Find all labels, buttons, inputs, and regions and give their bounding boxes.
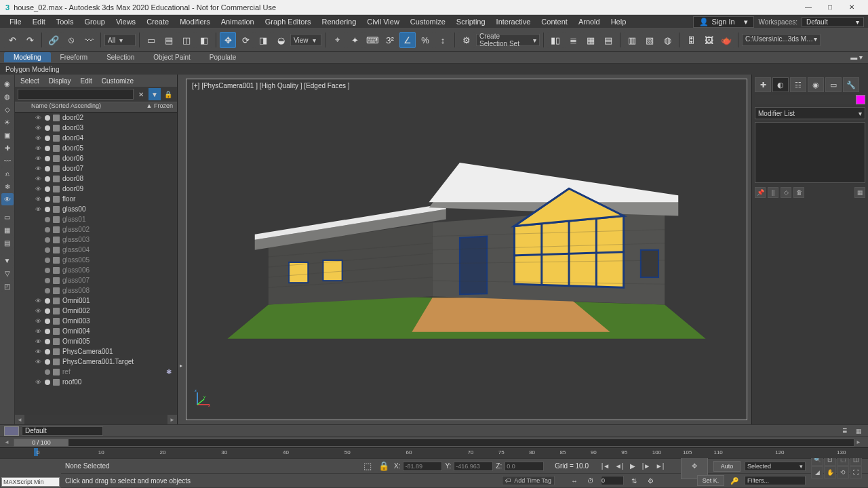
motion-tab[interactable]: ◉	[808, 77, 824, 92]
schematic-view-button[interactable]: ▧	[642, 32, 658, 48]
name-column-header[interactable]: Name (Sorted Ascending)	[28, 102, 142, 112]
visibility-icon[interactable]: 👁	[35, 176, 42, 182]
list-item[interactable]: glass004	[15, 245, 177, 255]
visibility-icon[interactable]: 👁	[35, 125, 42, 131]
maximize-button[interactable]: □	[819, 3, 841, 11]
freeze-dot-icon[interactable]	[45, 197, 50, 202]
layer-color-swatch[interactable]	[4, 426, 19, 436]
display-none-icon[interactable]: ◉	[1, 77, 14, 89]
select-by-name-button[interactable]: ▤	[161, 32, 177, 48]
freeze-dot-icon[interactable]	[45, 125, 50, 131]
time-prev-icon[interactable]: ◄	[4, 439, 12, 445]
freeze-dot-icon[interactable]	[45, 176, 50, 182]
remove-mod-icon[interactable]: 🗑	[793, 187, 804, 198]
list-item[interactable]: 👁door03	[15, 123, 177, 133]
ribbon-tab-modeling[interactable]: Modeling	[4, 52, 51, 62]
visibility-icon[interactable]: 👁	[35, 206, 42, 213]
angle-snap-button[interactable]: ∠	[399, 32, 416, 48]
set-key-button[interactable]: Set K.	[697, 475, 724, 486]
menu-rendering[interactable]: Rendering	[317, 18, 362, 26]
freeze-dot-icon[interactable]	[45, 298, 50, 304]
show-end-icon[interactable]: ||	[768, 187, 778, 198]
se-menu-select[interactable]: Select	[20, 77, 39, 85]
ribbon-tab-selection[interactable]: Selection	[97, 52, 144, 62]
next-frame-icon[interactable]: |►	[640, 460, 652, 472]
key-mode-icon[interactable]: ↔	[568, 474, 580, 487]
freeze-dot-icon[interactable]	[45, 247, 50, 253]
configure-icon[interactable]: ▦	[854, 187, 865, 198]
y-coord-input[interactable]	[454, 462, 493, 471]
freeze-dot-icon[interactable]	[45, 217, 50, 222]
rendered-frame-button[interactable]: 🖼	[701, 32, 717, 48]
visibility-icon[interactable]: 👁	[35, 145, 42, 152]
frozen-column-header[interactable]: ▲ Frozen	[142, 102, 177, 112]
visibility-icon[interactable]: 👁	[35, 348, 42, 355]
close-button[interactable]: ✕	[841, 3, 863, 11]
scale-button[interactable]: ◨	[255, 32, 271, 48]
freeze-dot-icon[interactable]	[45, 339, 50, 344]
visibility-icon[interactable]: 👁	[35, 379, 42, 386]
freeze-dot-icon[interactable]	[45, 278, 50, 283]
list-item[interactable]: 👁door06	[15, 153, 177, 163]
selection-filter-dropdown[interactable]: All▾	[104, 34, 136, 46]
menu-create[interactable]: Create	[141, 18, 174, 26]
list-item[interactable]: 👁roof00	[15, 377, 177, 387]
visibility-icon[interactable]: 👁	[35, 186, 42, 192]
list-item[interactable]: glass002	[15, 224, 177, 235]
display-cameras-icon[interactable]: ▣	[1, 129, 14, 141]
visibility-icon[interactable]: 👁	[35, 165, 42, 172]
toggle-ribbon-button[interactable]: ▤	[600, 32, 616, 48]
menu-help[interactable]: Help	[606, 18, 632, 26]
selection-set-dropdown[interactable]: Create Selection Set▾	[476, 34, 540, 46]
snap2d-button[interactable]: 3²	[382, 32, 398, 48]
goto-start-icon[interactable]: |◄	[599, 460, 612, 472]
add-time-tag-button[interactable]: 🏷 Add Time Tag	[502, 476, 555, 485]
menu-interactive[interactable]: Interactive	[491, 18, 536, 26]
freeze-dot-icon[interactable]	[45, 349, 50, 354]
clear-search-icon[interactable]: ✕	[135, 88, 147, 100]
visibility-icon[interactable]: 👁	[35, 318, 42, 325]
menu-group[interactable]: Group	[79, 18, 111, 26]
track-bar[interactable]: 0102030405060707580859095100105110120130	[0, 447, 868, 458]
placement-button[interactable]: ◒	[273, 32, 289, 48]
display-bone-icon[interactable]: ⎌	[1, 167, 14, 180]
freeze-dot-icon[interactable]	[45, 146, 50, 151]
key-filters-icon[interactable]: 🔑	[728, 474, 741, 487]
layer-dropdown[interactable]: Default	[22, 426, 103, 436]
se-menu-display[interactable]: Display	[49, 77, 71, 85]
se-menu-customize[interactable]: Customize	[102, 77, 134, 85]
visibility-icon[interactable]: 👁	[35, 338, 42, 345]
move-button[interactable]: ✥	[220, 32, 236, 48]
list-item[interactable]: 👁glass00	[15, 204, 177, 214]
menu-content[interactable]: Content	[536, 18, 573, 26]
se-opt3-icon[interactable]: ▤	[1, 237, 14, 249]
freeze-dot-icon[interactable]	[45, 115, 50, 121]
menu-graph-editors[interactable]: Graph Editors	[260, 18, 317, 26]
se-opt1-icon[interactable]: ▭	[1, 211, 14, 223]
ribbon-panel-label[interactable]: Polygon Modeling	[0, 64, 868, 75]
list-item[interactable]: glass006	[15, 265, 177, 275]
menu-file[interactable]: File	[4, 18, 27, 26]
window-crossing-button[interactable]: ◧	[196, 32, 212, 48]
menu-civil-view[interactable]: Civil View	[361, 18, 404, 26]
menu-views[interactable]: Views	[111, 18, 141, 26]
list-item[interactable]: 👁Omni002	[15, 306, 177, 316]
time-config-icon[interactable]: ⏱	[585, 474, 597, 487]
link-button[interactable]: 🔗	[45, 32, 62, 48]
prev-frame-icon[interactable]: ◄|	[613, 460, 625, 472]
sign-in-button[interactable]: 👤 Sign In ▾	[693, 16, 754, 28]
time-config2-icon[interactable]: ⚙	[644, 474, 656, 487]
display-tab[interactable]: ▭	[825, 77, 842, 92]
material-editor-button[interactable]: ◍	[659, 32, 675, 48]
filter-selection-icon[interactable]: ▼	[149, 88, 161, 100]
create-tab[interactable]: ✚	[755, 77, 771, 92]
display-geometry-icon[interactable]: ◍	[1, 90, 14, 102]
layer-manager-icon[interactable]: ≣	[840, 426, 850, 436]
list-item[interactable]: glass01	[15, 214, 177, 224]
se-scroll-right[interactable]: ►	[167, 415, 177, 424]
filters-dropdown[interactable]: Filters...	[745, 476, 806, 485]
scene-explorer-list[interactable]: 👁door02👁door03👁door04👁door05👁door06👁door…	[15, 113, 177, 415]
visibility-icon[interactable]: 👁	[35, 308, 42, 314]
se-filter-icon[interactable]: ▼	[1, 254, 14, 266]
display-spacewarps-icon[interactable]: 〰	[1, 155, 14, 167]
